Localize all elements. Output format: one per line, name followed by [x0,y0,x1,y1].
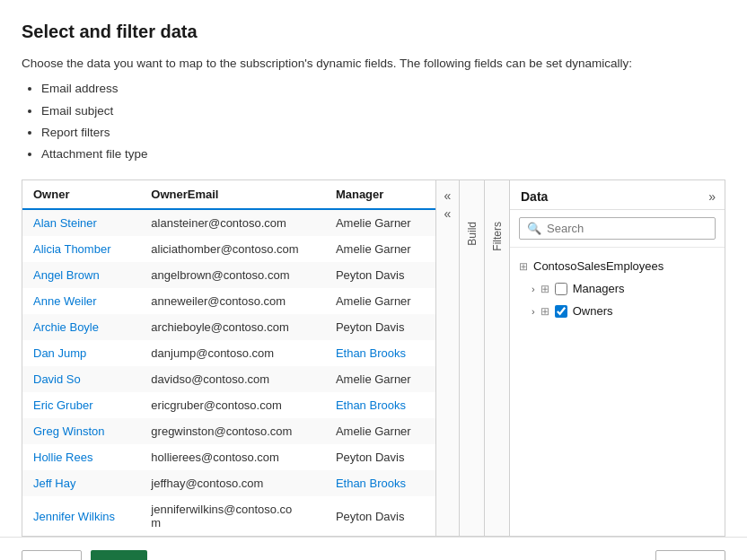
cancel-button[interactable]: Cancel [655,550,725,560]
owner-cell[interactable]: Anne Weiler [22,288,140,314]
build-tab[interactable]: Build [459,180,484,536]
email-cell: angelbrown@contoso.com [140,262,325,288]
main-content: Owner OwnerEmail Manager Alan Steinerala… [22,179,725,537]
managers-checkbox[interactable] [555,283,567,295]
email-cell: davidso@contoso.com [140,366,325,392]
owner-cell[interactable]: Dan Jump [22,340,140,366]
owner-cell[interactable]: Archie Boyle [22,314,140,340]
table-row: David Sodavidso@contoso.comAmelie Garner [22,366,435,392]
owner-cell[interactable]: David So [22,366,140,392]
email-cell: anneweiler@contoso.com [140,288,325,314]
email-cell: danjump@contoso.com [140,340,325,366]
owners-label: Owners [573,304,613,318]
owner-cell[interactable]: Angel Brown [22,262,140,288]
email-cell: gregwinston@contoso.com [140,418,325,444]
right-data-panel: Data » 🔍 ⊞ ContosoSalesEmployees › ⊞ [509,180,725,536]
description: Choose the data you want to map to the s… [22,55,725,73]
manager-cell: Amelie Garner [325,366,435,392]
manager-cell: Amelie Garner [325,418,435,444]
table-row: Eric Gruberericgruber@contoso.comEthan B… [22,392,435,418]
table-row: Alicia Thomberaliciathomber@contoso.comA… [22,236,435,262]
email-cell: ericgruber@contoso.com [140,392,325,418]
email-cell: jenniferwilkins@contoso.co m [140,496,325,536]
field-item-2: Email subject [41,101,725,122]
table-managers-icon: ⊞ [540,283,549,295]
data-table: Owner OwnerEmail Manager Alan Steinerala… [22,180,435,536]
owner-cell[interactable]: Hollie Rees [22,444,140,470]
dynamic-fields-list: Email address Email subject Report filte… [22,78,725,165]
table-owners-icon: ⊞ [540,305,549,318]
table-icon: ⊞ [519,260,528,273]
manager-cell: Peyton Davis [325,496,435,536]
col-manager: Manager [325,180,435,209]
tree-child-managers[interactable]: › ⊞ Managers [510,277,725,300]
email-cell: archieboyle@contoso.com [140,314,325,340]
col-owner: Owner [22,180,140,209]
manager-cell: Amelie Garner [325,288,435,314]
owner-cell[interactable]: Jeff Hay [22,470,140,496]
search-box: 🔍 [519,217,716,240]
build-filters-panel: « « Build Filters [435,180,509,536]
manager-cell: Amelie Garner [325,236,435,262]
email-cell: jeffhay@contoso.com [140,470,325,496]
tree-child-owners[interactable]: › ⊞ Owners [510,300,725,322]
owner-cell[interactable]: Jennifer Wilkins [22,496,140,536]
table-row: Jeff Hayjeffhay@contoso.comEthan Brooks [22,470,435,496]
tree-root-item: ⊞ ContosoSalesEmployees [510,255,725,277]
field-item-3: Report filters [41,122,725,144]
col-owner-email: OwnerEmail [140,180,325,209]
table-row: Dan Jumpdanjump@contoso.comEthan Brooks [22,340,435,366]
search-icon: 🔍 [527,222,541,235]
email-cell: hollierees@contoso.com [140,444,325,470]
back-button[interactable]: Back [22,550,82,560]
build-tab-label[interactable]: Build [464,216,480,251]
table-row: Greg Winstongregwinston@contoso.comAmeli… [22,418,435,444]
managers-label: Managers [573,282,625,295]
footer-left: Back Next [22,550,147,560]
email-cell: aliciathomber@contoso.com [140,236,325,262]
owner-cell[interactable]: Alicia Thomber [22,236,140,262]
manager-cell: Ethan Brooks [325,392,435,418]
expand-managers-icon[interactable]: › [532,284,535,294]
manager-cell: Ethan Brooks [325,340,435,366]
expand-right-btn[interactable]: » [708,189,716,204]
collapse-left-btn-1[interactable]: « [441,188,455,204]
right-data-title: Data [521,189,548,204]
table-row: Jennifer Wilkinsjenniferwilkins@contoso.… [22,496,435,536]
table-row: Angel Brownangelbrown@contoso.comPeyton … [22,262,435,288]
tree-root-label: ContosoSalesEmployees [533,259,664,273]
field-item-1: Email address [41,78,725,100]
table-row: Alan Steineralansteiner@contoso.comAmeli… [22,209,435,236]
expand-owners-icon[interactable]: › [532,306,535,317]
data-panel[interactable]: Owner OwnerEmail Manager Alan Steinerala… [22,180,435,536]
owner-cell[interactable]: Alan Steiner [22,209,140,236]
tree-panel: ⊞ ContosoSalesEmployees › ⊞ Managers › ⊞… [510,248,725,536]
manager-cell: Peyton Davis [325,444,435,470]
manager-cell: Peyton Davis [325,262,435,288]
owner-cell[interactable]: Greg Winston [22,418,140,444]
owner-cell[interactable]: Eric Gruber [22,392,140,418]
table-row: Archie Boylearchieboyle@contoso.comPeyto… [22,314,435,340]
manager-cell: Peyton Davis [325,314,435,340]
footer: Back Next Cancel [0,537,747,560]
field-item-4: Attachment file type [41,144,725,165]
right-data-header: Data » [510,180,725,210]
search-input[interactable] [547,222,707,235]
filters-tab-label[interactable]: Filters [489,216,505,257]
table-row: Hollie Reeshollierees@contoso.comPeyton … [22,444,435,470]
filters-tab[interactable]: Filters [484,180,509,536]
next-button[interactable]: Next [91,550,147,560]
search-box-container: 🔍 [510,210,725,248]
collapse-left-btn-2[interactable]: « [441,206,455,222]
table-row: Anne Weileranneweiler@contoso.comAmelie … [22,288,435,314]
page-container: Select and filter data Choose the data y… [0,0,747,537]
owners-checkbox[interactable] [555,305,567,318]
manager-cell: Ethan Brooks [325,470,435,496]
page-title: Select and filter data [22,22,725,42]
manager-cell: Amelie Garner [325,209,435,236]
panel-controls: « « [435,180,459,536]
email-cell: alansteiner@contoso.com [140,209,325,236]
